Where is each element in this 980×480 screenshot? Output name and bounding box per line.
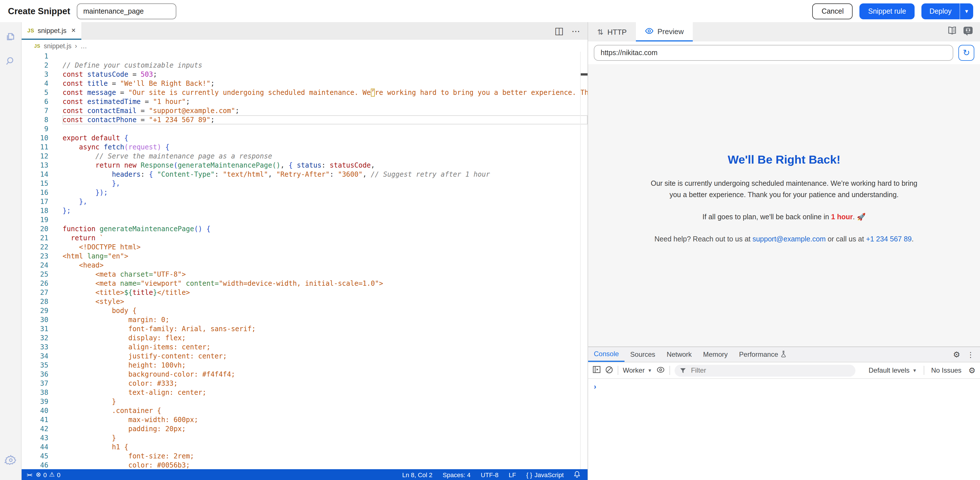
- cursor-position[interactable]: Ln 8, Col 2: [402, 471, 432, 478]
- code-line[interactable]: 10export default {: [22, 133, 587, 143]
- line-number[interactable]: 21: [22, 233, 62, 242]
- files-icon[interactable]: [4, 30, 17, 43]
- code-line[interactable]: 22 <!DOCTYPE html>: [22, 242, 587, 252]
- code-line[interactable]: 15 },: [22, 179, 587, 188]
- line-number[interactable]: 12: [22, 152, 62, 161]
- deploy-dropdown-button[interactable]: ▼: [959, 3, 973, 19]
- context-selector[interactable]: Worker ▼: [623, 366, 652, 374]
- remote-indicator-icon[interactable]: ><: [27, 472, 32, 477]
- breadcrumb-more[interactable]: …: [81, 42, 87, 49]
- tab-console[interactable]: Console: [588, 347, 625, 362]
- code-line[interactable]: 39 }: [22, 397, 587, 406]
- code-line[interactable]: 16 });: [22, 188, 587, 197]
- line-number[interactable]: 34: [22, 352, 62, 361]
- line-number[interactable]: 43: [22, 433, 62, 442]
- live-expression-eye-icon[interactable]: [657, 366, 665, 375]
- devtools-settings-icon[interactable]: ⚙: [953, 350, 960, 358]
- code-line[interactable]: 14 headers: { "Content-Type": "text/html…: [22, 170, 587, 179]
- code-line[interactable]: 33 align-items: center;: [22, 342, 587, 352]
- line-number[interactable]: 9: [22, 124, 62, 133]
- tab-sources[interactable]: Sources: [625, 347, 661, 362]
- line-number[interactable]: 44: [22, 442, 62, 451]
- line-number[interactable]: 35: [22, 361, 62, 370]
- line-number[interactable]: 42: [22, 425, 62, 433]
- split-editor-icon[interactable]: ◫: [555, 26, 564, 36]
- line-number[interactable]: 38: [22, 388, 62, 397]
- line-number[interactable]: 26: [22, 279, 62, 288]
- editor-more-icon[interactable]: ⋯: [572, 26, 581, 36]
- refresh-button[interactable]: ↻: [958, 45, 974, 61]
- snippet-rule-button[interactable]: Snippet rule: [860, 3, 915, 19]
- line-number[interactable]: 31: [22, 324, 62, 333]
- tab-snippet-js[interactable]: JS snippet.js ✕: [22, 22, 82, 40]
- code-line[interactable]: 9: [22, 124, 587, 133]
- line-number[interactable]: 37: [22, 379, 62, 388]
- line-number[interactable]: 18: [22, 206, 62, 215]
- line-number[interactable]: 20: [22, 224, 62, 233]
- line-number[interactable]: 8: [22, 115, 62, 124]
- code-line[interactable]: 12 // Serve the maintenance page as a re…: [22, 152, 587, 161]
- code-line[interactable]: 8const contactPhone = "+1 234 567 89";: [22, 115, 587, 124]
- code-line[interactable]: 26 <meta name="viewport" content="width=…: [22, 279, 587, 288]
- line-number[interactable]: 11: [22, 143, 62, 152]
- code-line[interactable]: 30 margin: 0;: [22, 315, 587, 324]
- code-line[interactable]: 44 h1 {: [22, 442, 587, 451]
- tab-performance[interactable]: Performance: [733, 347, 792, 362]
- snippet-name-input[interactable]: [77, 3, 177, 19]
- line-number[interactable]: 6: [22, 97, 62, 106]
- scrollbar-marker[interactable]: [581, 73, 587, 76]
- issues-counter[interactable]: No Issues: [931, 366, 961, 374]
- code-line[interactable]: 43 }: [22, 433, 587, 442]
- code-line[interactable]: 28 <style>: [22, 297, 587, 306]
- url-input[interactable]: [594, 45, 953, 61]
- console-prompt[interactable]: ›: [594, 382, 597, 391]
- eol-sequence[interactable]: LF: [509, 471, 516, 478]
- console-filter[interactable]: [675, 364, 856, 376]
- indentation[interactable]: Spaces: 4: [443, 471, 471, 478]
- devtools-menu-icon[interactable]: ⋮: [967, 350, 974, 359]
- line-number[interactable]: 4: [22, 79, 62, 88]
- line-number[interactable]: 27: [22, 288, 62, 297]
- docs-book-icon[interactable]: [947, 26, 957, 38]
- code-line[interactable]: 11 async fetch(request) {: [22, 143, 587, 152]
- console-sidebar-toggle-icon[interactable]: [593, 366, 601, 375]
- code-editor[interactable]: 12// Define your customizable inputs3con…: [22, 52, 587, 469]
- line-number[interactable]: 36: [22, 370, 62, 379]
- discord-chat-icon[interactable]: [963, 26, 973, 38]
- code-line[interactable]: 20function generateMaintenancePage() {: [22, 224, 587, 233]
- deploy-button[interactable]: Deploy: [921, 3, 959, 19]
- line-number[interactable]: 19: [22, 215, 62, 224]
- line-number[interactable]: 14: [22, 170, 62, 179]
- code-line[interactable]: 36 background-color: #f4f4f4;: [22, 370, 587, 379]
- console-settings-icon[interactable]: ⚙: [968, 366, 975, 374]
- clear-console-icon[interactable]: [605, 366, 613, 375]
- line-number[interactable]: 41: [22, 415, 62, 425]
- line-number[interactable]: 17: [22, 197, 62, 206]
- console-output[interactable]: ›: [588, 379, 980, 480]
- code-line[interactable]: 7const contactEmail = "support@example.c…: [22, 106, 587, 115]
- line-number[interactable]: 3: [22, 70, 62, 79]
- code-line[interactable]: 41 max-width: 600px;: [22, 415, 587, 425]
- line-number[interactable]: 30: [22, 315, 62, 324]
- problems-indicator[interactable]: ⊗ 0 ⚠ 0: [36, 471, 60, 478]
- line-number[interactable]: 2: [22, 61, 62, 70]
- line-number[interactable]: 28: [22, 297, 62, 306]
- language-mode[interactable]: { } JavaScript: [526, 471, 564, 478]
- encoding[interactable]: UTF-8: [480, 471, 498, 478]
- code-line[interactable]: 4const title = "We'll Be Right Back!";: [22, 79, 587, 88]
- search-icon[interactable]: [4, 55, 17, 68]
- line-number[interactable]: 32: [22, 333, 62, 342]
- line-number[interactable]: 45: [22, 451, 62, 461]
- code-line[interactable]: 29 body {: [22, 306, 587, 315]
- code-line[interactable]: 31 font-family: Arial, sans-serif;: [22, 324, 587, 333]
- code-line[interactable]: 45 font-size: 2rem;: [22, 451, 587, 461]
- code-line[interactable]: 17 },: [22, 197, 587, 206]
- code-line[interactable]: 19: [22, 215, 587, 224]
- line-number[interactable]: 10: [22, 133, 62, 143]
- code-line[interactable]: 13 return new Response(generateMaintenan…: [22, 161, 587, 170]
- code-line[interactable]: 5const message = "Our site is currently …: [22, 88, 587, 97]
- close-tab-icon[interactable]: ✕: [71, 27, 76, 33]
- settings-gear-icon[interactable]: [4, 454, 17, 466]
- code-line[interactable]: 21 return `: [22, 233, 587, 242]
- code-line[interactable]: 27 <title>${title}</title>: [22, 288, 587, 297]
